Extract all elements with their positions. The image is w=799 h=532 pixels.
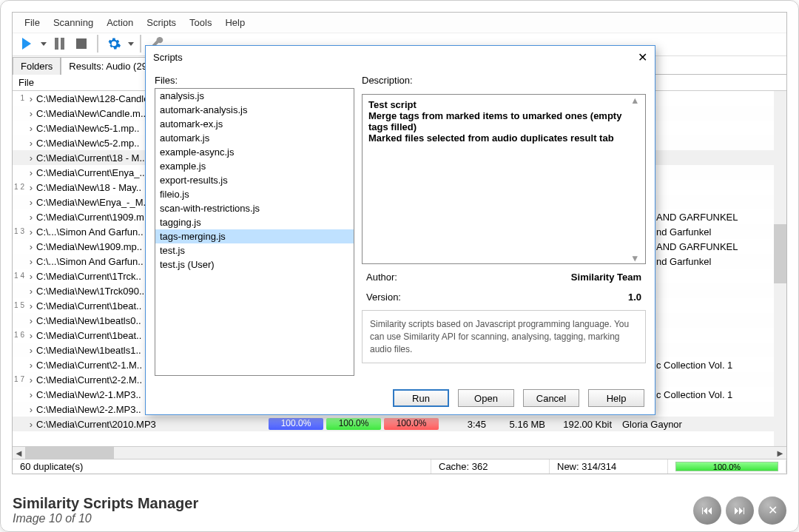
table-row[interactable]: ›C:\Media\Current\2010.MP3100.0%100.0%10…	[13, 417, 786, 431]
play-button[interactable]	[17, 35, 36, 53]
script-list-item[interactable]: export-results.js	[155, 173, 354, 187]
expand-icon[interactable]: ›	[26, 315, 36, 326]
script-list-item[interactable]: tagging.js	[155, 215, 354, 229]
author-label: Author:	[366, 272, 397, 283]
expand-icon[interactable]: ›	[26, 123, 36, 134]
vertical-scrollbar[interactable]	[774, 91, 786, 446]
expand-icon[interactable]: ›	[26, 286, 36, 297]
footer-text: Similarity Scripts Manager Image 10 of 1…	[13, 495, 198, 525]
help-button[interactable]: Help	[588, 389, 644, 407]
description-text: Test scriptMerge tags from marked items …	[368, 99, 639, 144]
scripts-listbox[interactable]: analysis.jsautomark-analysis.jsautomark-…	[155, 88, 354, 376]
menu-tools[interactable]: Tools	[183, 16, 218, 30]
expand-icon[interactable]: ›	[26, 93, 36, 104]
expand-icon[interactable]: ›	[26, 300, 36, 312]
menubar: FileScanningActionScriptsToolsHelp	[13, 13, 786, 33]
menu-scripts[interactable]: Scripts	[141, 16, 182, 30]
script-list-item[interactable]: fileio.js	[155, 187, 354, 201]
dialog-body: Files: analysis.jsautomark-analysis.jsau…	[146, 69, 655, 382]
footer-buttons: ⏮ ⏭ ✕	[693, 496, 786, 525]
cancel-button[interactable]: Cancel	[523, 389, 579, 407]
script-list-item[interactable]: automark-ex.js	[155, 117, 354, 131]
script-list-item[interactable]: example-async.js	[155, 145, 354, 159]
expand-icon[interactable]: ›	[26, 404, 36, 415]
scroll-left-icon[interactable]: ◄	[13, 447, 25, 459]
dialog-note: Similarity scripts based on Javascript p…	[362, 310, 646, 363]
expand-icon[interactable]: ›	[26, 330, 36, 341]
horizontal-scrollbar[interactable]: ◄ ►	[13, 446, 786, 459]
expand-icon[interactable]: ›	[26, 419, 36, 430]
stop-button[interactable]	[72, 35, 91, 53]
script-list-item[interactable]: test.js	[155, 243, 354, 257]
menu-file[interactable]: File	[18, 16, 46, 30]
tab-results[interactable]: Results: Audio (29)	[61, 57, 158, 75]
footer-title: Similarity Scripts Manager	[13, 495, 198, 512]
expand-icon[interactable]: ›	[26, 360, 36, 371]
expand-icon[interactable]: ›	[26, 389, 36, 400]
menu-help[interactable]: Help	[219, 16, 251, 30]
status-new: New: 314/314	[550, 459, 668, 474]
pause-button[interactable]	[50, 35, 69, 53]
lightbox-frame: FileScanningActionScriptsToolsHelp Folde…	[0, 0, 799, 532]
expand-icon[interactable]: ›	[26, 226, 36, 238]
expand-icon[interactable]: ›	[26, 345, 36, 356]
open-button[interactable]: Open	[458, 389, 514, 407]
script-list-item[interactable]: automark.js	[155, 131, 354, 145]
dialog-left-pane: Files: analysis.jsautomark-analysis.jsau…	[155, 75, 354, 376]
run-button[interactable]: Run	[393, 389, 449, 407]
expand-icon[interactable]: ›	[26, 271, 36, 282]
dialog-titlebar[interactable]: Scripts ✕	[146, 46, 655, 69]
toolbar-separator	[140, 35, 141, 53]
version-row: Version: 1.0	[362, 290, 646, 304]
description-box: Test scriptMerge tags from marked items …	[362, 94, 646, 264]
expand-icon[interactable]: ›	[26, 212, 36, 223]
gear-icon	[107, 36, 121, 51]
lightbox-footer: Similarity Scripts Manager Image 10 of 1…	[13, 495, 786, 525]
script-list-item[interactable]: example.js	[155, 159, 354, 173]
desc-scrollbar[interactable]: ▴▾	[633, 95, 645, 263]
status-cache: Cache: 362	[431, 459, 550, 474]
next-button[interactable]: ⏭	[726, 496, 754, 525]
menu-scanning[interactable]: Scanning	[47, 16, 99, 30]
script-list-item[interactable]: scan-with-restrictions.js	[155, 201, 354, 215]
settings-button[interactable]	[104, 35, 124, 53]
play-dropdown-icon[interactable]	[41, 42, 47, 46]
expand-icon[interactable]: ›	[26, 108, 36, 119]
toolbar-separator	[97, 35, 98, 53]
version-value: 1.0	[628, 292, 641, 303]
settings-dropdown-icon[interactable]	[128, 42, 134, 46]
dialog-buttons: Run Open Cancel Help	[146, 382, 655, 414]
scripts-dialog: Scripts ✕ Files: analysis.jsautomark-ana…	[145, 45, 655, 415]
expand-icon[interactable]: ›	[26, 182, 36, 193]
close-lightbox-button[interactable]: ✕	[758, 496, 786, 525]
script-list-item[interactable]: test.js (User)	[155, 257, 354, 272]
dialog-title: Scripts	[153, 52, 183, 63]
expand-icon[interactable]: ›	[26, 256, 36, 267]
dialog-right-pane: Description: Test scriptMerge tags from …	[362, 75, 646, 376]
menu-action[interactable]: Action	[101, 16, 139, 30]
version-label: Version:	[366, 292, 401, 303]
script-list-item[interactable]: tags-merging.js	[155, 229, 354, 243]
status-progress: 100.0%	[668, 460, 786, 473]
footer-counter: Image 10 of 10	[13, 512, 198, 525]
tab-folders[interactable]: Folders	[13, 57, 61, 75]
expand-icon[interactable]: ›	[26, 152, 36, 164]
expand-icon[interactable]: ›	[26, 138, 36, 149]
scroll-thumb[interactable]	[774, 224, 786, 283]
expand-icon[interactable]: ›	[26, 197, 36, 208]
status-duplicates: 60 duplicate(s)	[13, 459, 431, 474]
description-label: Description:	[362, 75, 646, 86]
file-path: C:\Media\Current\2010.MP3	[36, 419, 269, 430]
expand-icon[interactable]: ›	[26, 167, 36, 178]
expand-icon[interactable]: ›	[26, 374, 36, 385]
files-label: Files:	[155, 75, 354, 86]
scroll-thumb[interactable]	[25, 447, 114, 459]
status-bar: 60 duplicate(s) Cache: 362 New: 314/314 …	[13, 459, 786, 474]
expand-icon[interactable]: ›	[26, 241, 36, 252]
script-list-item[interactable]: analysis.js	[155, 89, 354, 103]
close-button[interactable]: ✕	[638, 50, 647, 64]
prev-button[interactable]: ⏮	[693, 496, 721, 525]
author-value: Similarity Team	[571, 272, 641, 283]
scroll-right-icon[interactable]: ►	[774, 447, 786, 459]
script-list-item[interactable]: automark-analysis.js	[155, 103, 354, 117]
